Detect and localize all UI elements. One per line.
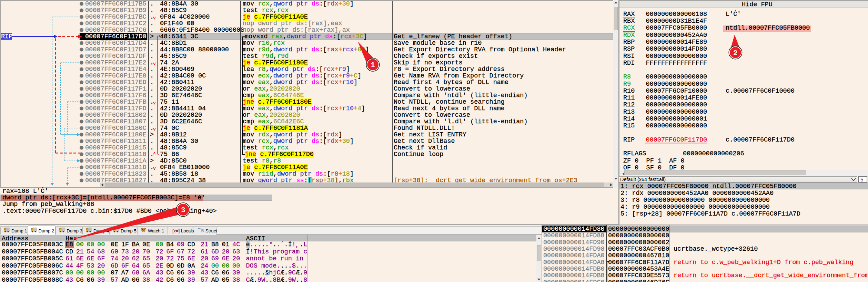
svg-text:2: 2 [734, 49, 738, 56]
svg-text:3: 3 [181, 206, 185, 213]
svg-text:1: 1 [371, 61, 375, 69]
